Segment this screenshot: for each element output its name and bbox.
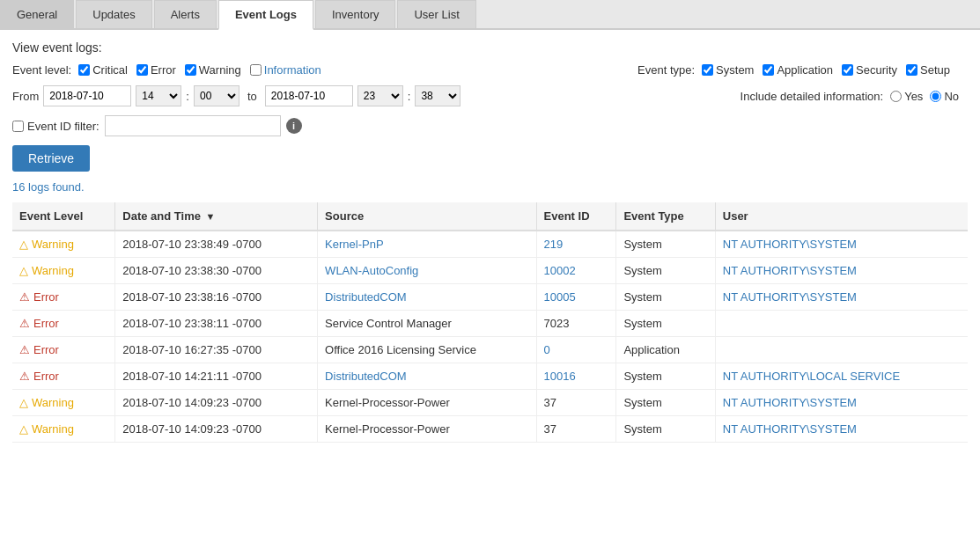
- cell-event-level: △ Warning: [12, 390, 115, 416]
- cell-user[interactable]: NT AUTHORITY\LOCAL SERVICE: [715, 363, 968, 390]
- tab-updates[interactable]: Updates: [76, 0, 151, 28]
- cell-user[interactable]: NT AUTHORITY\SYSTEM: [715, 231, 968, 258]
- event-type-application-checkbox[interactable]: [763, 64, 774, 76]
- event-type-setup-checkbox[interactable]: [906, 64, 917, 76]
- cell-event-id[interactable]: 219: [536, 231, 616, 258]
- from-minute-select[interactable]: 00051015202530353840455055: [194, 85, 239, 106]
- cell-source[interactable]: DistributedCOM: [318, 363, 536, 390]
- sort-icon: ▼: [206, 211, 216, 222]
- info-icon[interactable]: i: [286, 118, 302, 134]
- logs-found: 16 logs found.: [12, 180, 968, 194]
- event-level-information-label: Information: [264, 63, 321, 77]
- col-event-level: Event Level: [12, 202, 115, 231]
- event-level-error[interactable]: Error: [136, 63, 176, 77]
- cell-source: Office 2016 Licensing Service: [318, 337, 536, 363]
- cell-event-type: System: [616, 258, 715, 284]
- cell-event-id[interactable]: 10016: [536, 363, 616, 390]
- event-level-critical[interactable]: Critical: [78, 63, 128, 77]
- cell-user[interactable]: NT AUTHORITY\SYSTEM: [715, 390, 968, 416]
- cell-event-type: System: [616, 284, 715, 311]
- table-row: ⚠ Error2018-07-10 16:27:35 -0700Office 2…: [12, 337, 968, 363]
- tab-event-logs[interactable]: Event Logs: [218, 0, 313, 30]
- cell-event-id[interactable]: 10002: [536, 258, 616, 284]
- event-type-setup[interactable]: Setup: [906, 63, 950, 77]
- event-type-system[interactable]: System: [702, 63, 754, 77]
- cell-datetime: 2018-07-10 23:38:49 -0700: [115, 231, 318, 258]
- cell-datetime: 2018-07-10 14:09:23 -0700: [115, 390, 318, 416]
- to-minute-select[interactable]: 00051015202530353840455055: [415, 85, 461, 106]
- from-label: From: [12, 90, 39, 103]
- cell-user[interactable]: NT AUTHORITY\SYSTEM: [715, 416, 968, 443]
- to-hour-select[interactable]: 0001020304050607080910111213141516171819…: [357, 85, 403, 106]
- cell-event-type: System: [616, 390, 715, 416]
- cell-source[interactable]: WLAN-AutoConfig: [318, 258, 536, 284]
- main-content: View event logs: Event level: CriticalEr…: [0, 30, 980, 453]
- to-date-input[interactable]: [265, 85, 353, 106]
- id-filter-input[interactable]: [105, 115, 281, 136]
- cell-event-id[interactable]: 0: [536, 337, 616, 363]
- event-type-security[interactable]: Security: [842, 63, 897, 77]
- event-level-error-label: Error: [151, 63, 176, 77]
- event-type-security-checkbox[interactable]: [842, 64, 853, 76]
- from-hour-select[interactable]: 0001020304050607080910111213141516171819…: [136, 85, 181, 106]
- table-row: ⚠ Error2018-07-10 23:38:11 -0700Service …: [12, 311, 968, 337]
- cell-event-level: ⚠ Error: [12, 363, 115, 390]
- event-level-error-checkbox[interactable]: [136, 64, 148, 76]
- cell-event-type: Application: [616, 337, 715, 363]
- event-type-system-label: System: [716, 63, 754, 77]
- cell-datetime: 2018-07-10 14:21:11 -0700: [115, 363, 318, 390]
- tab-bar: GeneralUpdatesAlertsEvent LogsInventoryU…: [0, 0, 980, 30]
- col-date-time: Date and Time ▼: [115, 202, 318, 231]
- event-type-security-label: Security: [856, 63, 897, 77]
- cell-event-id: 7023: [536, 311, 616, 337]
- tab-general[interactable]: General: [0, 0, 74, 28]
- id-filter-checkbox[interactable]: [12, 121, 24, 132]
- id-filter-label: Event ID filter:: [27, 120, 99, 133]
- cell-user[interactable]: NT AUTHORITY\SYSTEM: [715, 258, 968, 284]
- event-level-warning[interactable]: Warning: [185, 63, 241, 77]
- detail-label: Include detailed information:: [741, 90, 884, 103]
- cell-user[interactable]: NT AUTHORITY\SYSTEM: [715, 284, 968, 311]
- event-level-critical-label: Critical: [92, 63, 128, 77]
- event-level-information[interactable]: Information: [250, 63, 321, 77]
- cell-event-level: ⚠ Error: [12, 284, 115, 311]
- table-row: △ Warning2018-07-10 23:38:30 -0700WLAN-A…: [12, 258, 968, 284]
- event-type-system-checkbox[interactable]: [702, 64, 713, 76]
- tab-inventory[interactable]: Inventory: [315, 0, 395, 28]
- cell-datetime: 2018-07-10 23:38:30 -0700: [115, 258, 318, 284]
- detail-no-option[interactable]: No: [930, 90, 959, 103]
- col-event-id: Event ID: [536, 202, 616, 231]
- tab-user-list[interactable]: User List: [397, 0, 475, 28]
- from-date-input[interactable]: [43, 85, 131, 106]
- detail-yes-label: Yes: [904, 90, 923, 103]
- table-row: ⚠ Error2018-07-10 23:38:16 -0700Distribu…: [12, 284, 968, 311]
- cell-event-type: System: [616, 416, 715, 443]
- event-level-information-checkbox[interactable]: [250, 64, 262, 76]
- event-type-application-label: Application: [777, 63, 833, 77]
- event-level-critical-checkbox[interactable]: [78, 64, 90, 76]
- cell-source[interactable]: DistributedCOM: [318, 284, 536, 311]
- cell-datetime: 2018-07-10 16:27:35 -0700: [115, 337, 318, 363]
- event-level-warning-checkbox[interactable]: [185, 64, 196, 76]
- tab-alerts[interactable]: Alerts: [154, 0, 217, 28]
- cell-event-level: ⚠ Error: [12, 337, 115, 363]
- cell-source: Kernel-Processor-Power: [318, 390, 536, 416]
- retrieve-button[interactable]: Retrieve: [12, 145, 90, 172]
- event-logs-table: Event Level Date and Time ▼ Source Event…: [12, 202, 968, 443]
- col-user: User: [715, 202, 968, 231]
- id-filter-row: Event ID filter: i: [12, 115, 968, 136]
- detail-yes-option[interactable]: Yes: [890, 90, 923, 103]
- cell-event-type: System: [616, 231, 715, 258]
- id-filter-label-group[interactable]: Event ID filter:: [12, 120, 99, 133]
- to-label: to: [247, 90, 257, 103]
- cell-event-id[interactable]: 10005: [536, 284, 616, 311]
- detail-no-label: No: [944, 90, 959, 103]
- section-title: View event logs:: [12, 40, 968, 55]
- event-type-setup-label: Setup: [920, 63, 950, 77]
- cell-event-id: 37: [536, 390, 616, 416]
- table-row: ⚠ Error2018-07-10 14:21:11 -0700Distribu…: [12, 363, 968, 390]
- cell-source: Kernel-Processor-Power: [318, 416, 536, 443]
- cell-source[interactable]: Kernel-PnP: [318, 231, 536, 258]
- cell-event-id: 37: [536, 416, 616, 443]
- event-type-application[interactable]: Application: [763, 63, 833, 77]
